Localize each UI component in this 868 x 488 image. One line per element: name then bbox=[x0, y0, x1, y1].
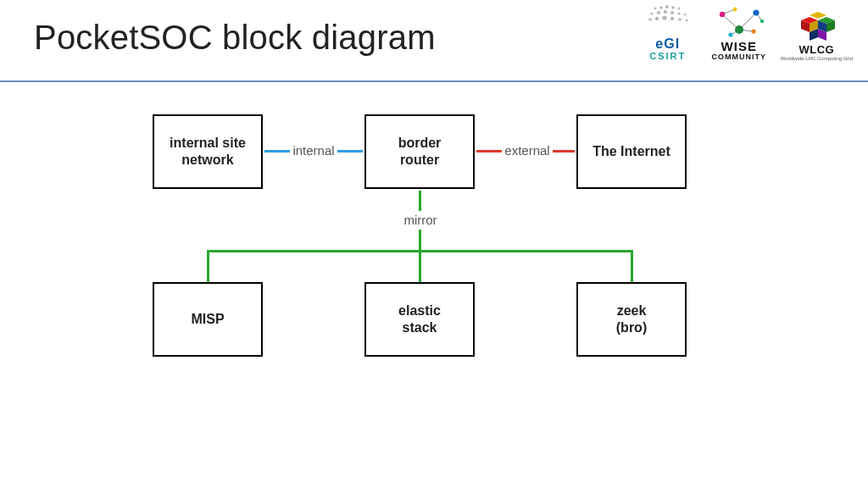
logo-wlcg-sub: Worldwide LHC Computing Grid bbox=[781, 56, 853, 61]
block-zeek: zeek(bro) bbox=[576, 282, 687, 357]
svg-point-14 bbox=[670, 17, 674, 20]
svg-marker-30 bbox=[810, 12, 826, 19]
egi-dots-icon bbox=[638, 3, 698, 37]
svg-point-9 bbox=[677, 12, 680, 14]
page-title: PocketSOC block diagram bbox=[34, 19, 436, 57]
edge-label-mirror: mirror bbox=[397, 213, 444, 227]
svg-point-0 bbox=[654, 8, 656, 10]
svg-point-6 bbox=[657, 11, 660, 14]
svg-point-10 bbox=[683, 14, 686, 16]
svg-point-7 bbox=[664, 10, 667, 14]
svg-point-5 bbox=[650, 12, 653, 14]
svg-point-11 bbox=[648, 18, 652, 21]
svg-point-2 bbox=[665, 5, 669, 8]
block-internal-site-network: internal sitenetwork bbox=[153, 114, 263, 189]
edge-mirror-mid bbox=[419, 230, 421, 250]
edge-internal-right bbox=[337, 150, 363, 152]
wlcg-cube-icon bbox=[793, 10, 840, 44]
svg-point-13 bbox=[662, 15, 666, 19]
logo-wlcg: WLCG Worldwide LHC Computing Grid bbox=[781, 10, 853, 61]
logo-wlcg-text: WLCG bbox=[799, 44, 835, 56]
edge-mirror-drop-elastic bbox=[419, 250, 421, 282]
svg-point-24 bbox=[720, 12, 725, 17]
svg-point-8 bbox=[670, 11, 674, 14]
block-misp: MISP bbox=[153, 282, 263, 357]
svg-point-23 bbox=[735, 25, 743, 34]
edge-external-left bbox=[476, 150, 502, 152]
svg-point-25 bbox=[732, 8, 737, 12]
svg-point-16 bbox=[685, 19, 687, 22]
edge-label-external: external bbox=[502, 143, 553, 158]
block-diagram: internal sitenetwork borderrouter The In… bbox=[0, 97, 868, 470]
svg-point-3 bbox=[671, 6, 675, 9]
block-border-router: borderrouter bbox=[364, 114, 475, 189]
svg-point-29 bbox=[751, 30, 755, 34]
svg-point-4 bbox=[677, 8, 680, 10]
logo-wise-sub: COMMUNITY bbox=[711, 53, 766, 61]
edge-mirror-top bbox=[419, 191, 421, 211]
block-the-internet: The Internet bbox=[576, 114, 687, 189]
edge-mirror-drop-zeek bbox=[631, 250, 633, 282]
logo-wise-text: WISE bbox=[721, 40, 757, 53]
edge-mirror-drop-misp bbox=[207, 250, 209, 282]
svg-point-28 bbox=[728, 33, 732, 37]
block-elastic-stack: elasticstack bbox=[364, 282, 475, 357]
edge-external-right bbox=[553, 150, 575, 152]
header-divider bbox=[0, 80, 868, 82]
logo-egi: eGI CSIRT bbox=[638, 3, 698, 61]
logo-row: eGI CSIRT WISE COMMUNITY bbox=[638, 3, 853, 61]
edge-internal-left bbox=[264, 150, 290, 152]
wise-network-icon bbox=[709, 6, 769, 40]
svg-point-1 bbox=[659, 6, 663, 9]
svg-point-27 bbox=[760, 19, 764, 23]
svg-point-12 bbox=[655, 17, 659, 20]
svg-point-26 bbox=[753, 10, 759, 16]
logo-egi-text: eGI bbox=[655, 37, 680, 52]
logo-wise: WISE COMMUNITY bbox=[709, 6, 769, 61]
logo-egi-sub: CSIRT bbox=[649, 52, 686, 62]
svg-point-15 bbox=[678, 18, 682, 21]
edge-label-internal: internal bbox=[290, 143, 337, 158]
